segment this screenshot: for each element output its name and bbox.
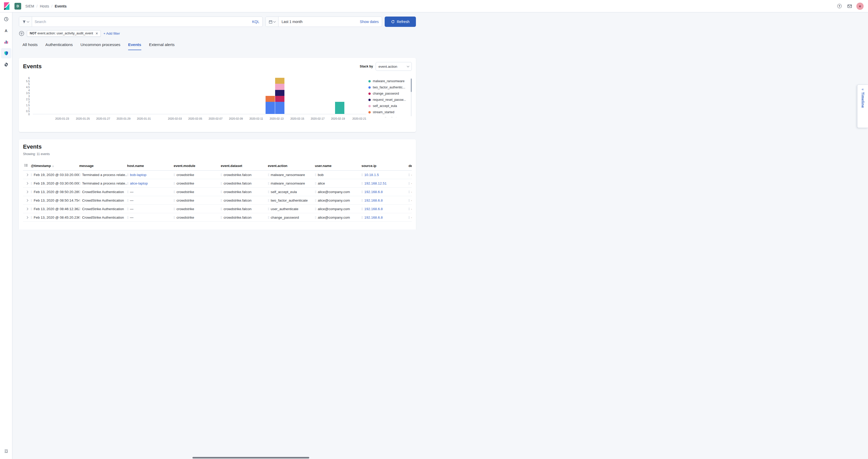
- tab-all-hosts[interactable]: All hosts: [23, 42, 38, 50]
- legend-item-request-reset-passw[interactable]: request_reset_passw...: [368, 97, 412, 103]
- column-header-des[interactable]: des...: [408, 161, 412, 171]
- table-cell: two_factor_authenticate: [268, 198, 313, 202]
- saved-query-menu-button[interactable]: [19, 17, 32, 27]
- cell-link[interactable]: 192.168.6.8: [364, 216, 382, 219]
- recently-viewed-button[interactable]: [1, 14, 11, 24]
- show-dates-button[interactable]: Show dates: [357, 17, 382, 27]
- legend-item-malware-ransomware[interactable]: malware_ransomware: [368, 78, 412, 84]
- breadcrumb-separator: /: [36, 4, 37, 8]
- table-cell: Feb 13, 2020 @ 08:50:14.754: [31, 198, 77, 202]
- time-range-value[interactable]: Last 1 month: [278, 17, 357, 27]
- cell-link[interactable]: 192.168.6.8: [364, 190, 382, 194]
- y-tick-label: 5: [28, 83, 30, 86]
- legend-item-change-password[interactable]: change_password: [368, 90, 412, 97]
- table-cell: crowdstrike.falcon: [221, 216, 266, 219]
- kql-button[interactable]: KQL: [249, 17, 262, 27]
- table-cell: —: [408, 173, 412, 177]
- expand-row-button[interactable]: [24, 206, 30, 212]
- cell-value: malware_ransomware: [271, 173, 305, 177]
- drag-handle-icon: [268, 182, 269, 185]
- column-header-message[interactable]: message: [79, 161, 127, 171]
- cell-value: —: [130, 190, 133, 194]
- expand-row-button[interactable]: [24, 197, 30, 203]
- filter-options-icon[interactable]: [19, 31, 24, 36]
- legend-item-stream-started[interactable]: stream_started: [368, 109, 412, 115]
- legend-scrollbar[interactable]: [411, 79, 412, 92]
- column-header-event-dataset[interactable]: event.dataset: [221, 161, 268, 171]
- main-content: KQL Last 1 month Show dates Refresh: [12, 12, 434, 230]
- cell-link[interactable]: bob-laptop: [130, 173, 147, 177]
- sidebar-item-siem[interactable]: [1, 48, 11, 58]
- bar-segment-stream-started[interactable]: [266, 96, 275, 102]
- expand-row-button[interactable]: [24, 180, 30, 186]
- column-header-host-name[interactable]: host.name: [127, 161, 174, 171]
- x-tick-label: 2020-02-15: [290, 117, 304, 120]
- breadcrumb-siem[interactable]: SIEM: [25, 4, 34, 8]
- bar-segment-user-authenticate[interactable]: [275, 78, 284, 84]
- bar-segment-change-password[interactable]: [275, 96, 284, 102]
- quick-select-date-button[interactable]: [266, 17, 278, 27]
- stack-by-select[interactable]: event.action: [376, 62, 412, 71]
- bar-segment-request-reset-password[interactable]: [275, 90, 284, 96]
- table-cell: crowdstrike: [174, 216, 219, 219]
- events-table-panel: Events Showing: 11 events @timestamp↓mes…: [19, 139, 416, 230]
- add-filter-button[interactable]: + Add filter: [103, 32, 120, 35]
- drag-handle-icon: [268, 216, 269, 219]
- sidebar-item-management[interactable]: [1, 59, 11, 70]
- drag-handle-icon: [315, 190, 316, 193]
- column-header-event-module[interactable]: event.module: [174, 161, 221, 171]
- cell-link[interactable]: 192.168.12.51: [364, 181, 386, 185]
- search-input[interactable]: [32, 17, 249, 27]
- cell-link[interactable]: alice-laptop: [130, 181, 148, 185]
- legend-label: user_authenticate: [373, 117, 398, 117]
- bar-segment-two-factor-authenticate[interactable]: [266, 102, 275, 114]
- table-cell: —: [127, 198, 172, 202]
- tab-events[interactable]: Events: [128, 42, 141, 50]
- bar-2020-02-19[interactable]: [335, 102, 344, 114]
- expand-row-button[interactable]: [24, 215, 30, 220]
- expand-row-button[interactable]: [24, 172, 30, 178]
- cell-value: —: [411, 216, 412, 219]
- space-badge[interactable]: D: [14, 3, 21, 9]
- column-header-user-name[interactable]: user.name: [315, 161, 362, 171]
- legend-item-self-accept-eula[interactable]: self_accept_eula: [368, 103, 412, 109]
- table-row: Feb 13, 2020 @ 08:45:20.236CrowdStrike A…: [23, 213, 412, 222]
- column-header-timestamp[interactable]: @timestamp↓: [31, 161, 79, 171]
- cell-link[interactable]: 192.168.6.8: [364, 207, 382, 211]
- fields-browser-button[interactable]: [23, 161, 31, 171]
- breadcrumb-hosts[interactable]: Hosts: [40, 4, 49, 8]
- table-cell: alice-laptop: [127, 181, 172, 185]
- table-cell: crowdstrike: [174, 190, 219, 194]
- y-tick-label: 4.5: [26, 86, 30, 89]
- sidebar-item-a[interactable]: A: [1, 25, 11, 36]
- bar-segment-two-factor-authenticate[interactable]: [275, 102, 284, 114]
- filter-pill-text: NOT event.action: user_activity_audit_ev…: [30, 32, 93, 35]
- legend-item-two-factor-authentic[interactable]: two_factor_authentic...: [368, 84, 412, 90]
- sidebar-item-analytics[interactable]: [1, 37, 11, 47]
- cell-link[interactable]: 10.18.1.5: [364, 173, 379, 177]
- drag-handle-icon: [408, 182, 410, 185]
- column-header-source-ip[interactable]: source.ip: [362, 161, 408, 171]
- refresh-button[interactable]: Refresh: [385, 17, 416, 27]
- bar-2020-02-13[interactable]: [275, 78, 284, 114]
- drag-handle-icon: [174, 174, 175, 176]
- legend-item-user-authenticate[interactable]: user_authenticate: [368, 115, 412, 117]
- tab-uncommon-processes[interactable]: Uncommon processes: [81, 42, 120, 50]
- table-cell: —: [127, 190, 172, 194]
- kibana-logo[interactable]: [0, 0, 13, 12]
- column-header-event-action[interactable]: event.action: [268, 161, 315, 171]
- expand-row-button[interactable]: [24, 189, 30, 194]
- bar-2020-02-12[interactable]: [266, 96, 275, 114]
- drag-handle-icon: [31, 216, 32, 219]
- remove-filter-icon[interactable]: ✕: [95, 32, 99, 35]
- cell-value: Feb 13, 2020 @ 08:50:20.289: [34, 190, 79, 194]
- cell-value: CrowdStrike Authentication: [82, 207, 124, 211]
- bar-segment-self-accept-eula[interactable]: [275, 84, 284, 90]
- cell-link[interactable]: 192.168.6.8: [364, 198, 382, 202]
- letter-a-icon: A: [5, 28, 7, 33]
- tab-authentications[interactable]: Authentications: [45, 42, 73, 50]
- tab-external-alerts[interactable]: External alerts: [149, 42, 175, 50]
- y-tick-label: 1: [28, 107, 30, 110]
- bar-segment-malware-ransomware[interactable]: [335, 102, 344, 114]
- filter-pill[interactable]: NOT event.action: user_activity_audit_ev…: [27, 30, 101, 37]
